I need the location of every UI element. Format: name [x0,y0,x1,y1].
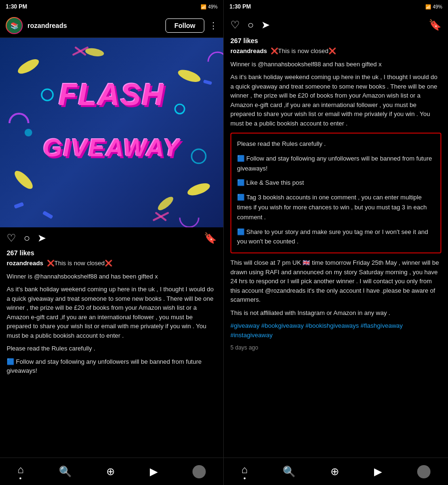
caption-closed-left: rozandreads ❌This is now closed❌ [7,259,217,268]
rules-intro-left: Please read the Rules carefully . [7,344,217,353]
action-icons-right: ♡ ○ ➤ [230,19,429,31]
rule2-right: 🟦 Like & Save this post [237,178,435,188]
bottom-nav-right: ⌂ 🔍 ⊕ ▶ [224,458,448,485]
hashtags: #giveaway #bookgiveaway #bookishgiveaway… [230,321,441,340]
svg-point-5 [156,195,175,213]
affiliate-text: This is not affiliated with Instagram or… [230,308,441,318]
battery-right: 49% [433,4,442,9]
svg-rect-10 [14,202,24,209]
post-content-left: 267 likes rozandreads ❌This is now close… [0,249,223,458]
rules-box: Please read the Rules carefully . 🟦 Foll… [230,133,441,253]
likes-count-right: 267 likes [230,37,441,45]
time-left: 1:30 PM [6,3,27,10]
caption-username-right[interactable]: rozandreads [230,47,267,54]
svg-rect-12 [42,211,53,219]
like-icon-right[interactable]: ♡ [230,19,240,31]
svg-point-6 [42,89,53,100]
avatar-inner: 📚 [7,18,22,33]
rules-intro-right: Please read the Rules carefully . [237,139,435,149]
status-icons-left: 📶 49% [201,4,218,9]
svg-line-16 [154,213,168,220]
closing-text: This will close at 7 pm UK 🇬🇧 time tomor… [230,258,441,305]
share-icon[interactable]: ➤ [37,232,46,244]
profile-thumb-left[interactable] [192,465,206,478]
battery-left: 49% [208,4,218,9]
username-left: rozandreads [27,22,161,29]
post-actions-left: ♡ ○ ➤ 🔖 [0,227,223,249]
comment-icon-right[interactable]: ○ [247,19,254,31]
caption-left: rozandreads ❌This is now closed❌ Winner … [7,259,217,376]
time-right: 1:30 PM [229,3,251,10]
caption-right: rozandreads ❌This is now closed❌ Winner … [230,46,441,352]
more-icon[interactable]: ⋮ [209,20,218,31]
reels-nav-left[interactable]: ▶ [150,466,158,478]
post-actions-right: ♡ ○ ➤ 🔖 [224,13,448,37]
avatar[interactable]: 📚 [6,17,23,34]
like-icon[interactable]: ♡ [7,232,16,244]
rule1-right: 🟦 Follow and stay following any unfollow… [237,154,435,174]
body-text-left: As it's bank holiday weekend coming up h… [7,285,217,340]
status-bar-right: 1:30 PM 📶 49% [224,0,448,13]
svg-point-3 [186,181,211,198]
follow-button[interactable]: Follow [165,18,204,33]
svg-point-1 [176,67,202,84]
right-panel: 1:30 PM 📶 49% ♡ ○ ➤ 🔖 267 likes rozandre… [224,0,448,485]
bottom-nav-left: ⌂ 🔍 ⊕ ▶ [0,458,223,485]
rule3-right: 🟦 Tag 3 bookish accounts in one comment … [237,193,435,222]
action-icons-left: ♡ ○ ➤ [7,232,204,244]
winner-text-right: Winner is @hannahsbookshelf88 and has be… [230,60,441,69]
reels-nav-right[interactable]: ▶ [374,466,382,478]
profile-thumb-right[interactable] [417,465,430,478]
status-icons-right: 📶 49% [425,4,442,9]
home-nav-left[interactable]: ⌂ [18,464,24,479]
home-nav-right[interactable]: ⌂ [241,464,247,479]
svg-point-9 [192,149,206,163]
post-content-right: 267 likes rozandreads ❌This is now close… [224,37,448,458]
decorative-background [0,38,223,227]
svg-point-7 [175,104,184,114]
bookmark-icon-right[interactable]: 🔖 [429,19,441,31]
caption-closed-right: rozandreads ❌This is now closed❌ [230,46,441,56]
signal-icon: 📶 [201,4,206,9]
left-panel: 1:30 PM 📶 49% 📚 rozandreads Follow ⋮ [0,0,224,485]
likes-count-left: 267 likes [7,249,217,257]
time-ago: 5 days ago [230,343,441,352]
search-nav-left[interactable]: 🔍 [59,466,72,478]
search-nav-right[interactable]: 🔍 [283,466,295,478]
rule1-left: 🟦 Follow and stay following any unfollow… [7,357,217,376]
svg-point-0 [16,56,41,76]
comment-icon[interactable]: ○ [24,232,30,244]
signal-icon-right: 📶 [425,4,431,9]
rule4-right: 🟦 Share to your story and make sure you … [237,227,435,247]
caption-username-left[interactable]: rozandreads [7,260,43,267]
bookmark-icon[interactable]: 🔖 [204,232,217,244]
status-bar-left: 1:30 PM 📶 49% [0,0,223,13]
add-nav-left[interactable]: ⊕ [106,466,115,478]
giveaway-text: GIVEAWAY [43,134,181,162]
winner-text-left: Winner is @hannahsbookshelf88 and has be… [7,272,217,281]
svg-rect-11 [203,80,212,85]
flash-text: FLASH [59,77,165,112]
share-icon-right[interactable]: ➤ [261,19,270,31]
body-text-right: As it's bank holiday weekend coming up h… [230,72,441,128]
svg-point-2 [12,168,35,191]
post-image: FLASH GIVEAWAY [0,38,223,227]
svg-point-8 [25,129,32,136]
add-nav-right[interactable]: ⊕ [330,466,339,478]
nav-bar-left: 📚 rozandreads Follow ⋮ [0,13,223,38]
